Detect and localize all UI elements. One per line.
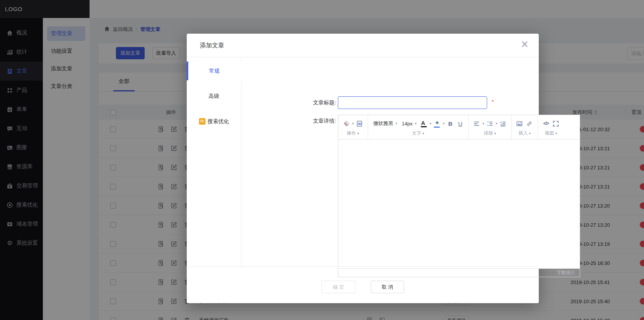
indent-icon[interactable] bbox=[499, 119, 507, 128]
confirm-button[interactable]: 确 定 bbox=[321, 281, 355, 293]
editor-toolbar: ▾ W 操作 ▾ 微软雅黑▾ 14px▾ A bbox=[338, 115, 580, 140]
toolbar-group-insert: 插入 ▾ bbox=[512, 115, 538, 139]
line-height-dropdown-icon[interactable]: ▾ bbox=[496, 122, 497, 125]
font-size-select[interactable]: 14px▾ bbox=[400, 121, 418, 127]
toolbar-group-view: </> 视图 ▾ bbox=[538, 115, 564, 139]
required-asterisk: * bbox=[492, 99, 494, 105]
line-height-icon[interactable] bbox=[486, 119, 494, 128]
background-color-icon[interactable] bbox=[433, 119, 441, 128]
toolbar-group-text: 微软雅黑▾ 14px▾ A ▾ ▾ B U bbox=[368, 115, 469, 139]
align-icon[interactable] bbox=[473, 119, 481, 128]
toolbar-label-text[interactable]: 文字 ▾ bbox=[412, 130, 424, 136]
article-title-input[interactable] bbox=[338, 96, 487, 109]
dialog-footer: 确 定 取 消 bbox=[187, 266, 539, 303]
bold-icon[interactable]: B bbox=[446, 119, 455, 128]
toolbar-group-layout: ▾ ▾ 排版 ▾ bbox=[469, 115, 512, 139]
source-code-icon[interactable]: </> bbox=[542, 119, 550, 128]
font-color-dropdown-icon[interactable]: ▾ bbox=[430, 122, 432, 125]
font-family-select[interactable]: 微软雅黑▾ bbox=[372, 120, 399, 127]
font-color-icon[interactable]: A bbox=[420, 119, 428, 128]
article-detail-label: 文章详情: bbox=[241, 118, 336, 125]
dialog-title: 添加文章 bbox=[200, 42, 224, 50]
fullscreen-icon[interactable] bbox=[552, 119, 560, 128]
toolbar-label-layout[interactable]: 排版 ▾ bbox=[484, 130, 496, 136]
rich-text-editor: ▾ W 操作 ▾ 微软雅黑▾ 14px▾ A bbox=[338, 115, 580, 277]
cancel-button[interactable]: 取 消 bbox=[371, 281, 404, 293]
insert-image-icon[interactable] bbox=[515, 119, 524, 128]
toolbar-label-view[interactable]: 视图 ▾ bbox=[545, 130, 557, 136]
toolbar-label-insert[interactable]: 插入 ▾ bbox=[518, 130, 531, 136]
eraser-icon[interactable] bbox=[342, 119, 351, 128]
svg-text:W: W bbox=[358, 122, 362, 125]
eraser-dropdown-icon[interactable]: ▾ bbox=[352, 122, 354, 125]
toolbar-group-operation: ▾ W 操作 ▾ bbox=[338, 115, 368, 139]
tab-general[interactable]: 常规 bbox=[187, 62, 242, 80]
tab-advanced[interactable]: 高级 bbox=[187, 87, 241, 106]
background-color-dropdown-icon[interactable]: ▾ bbox=[443, 122, 445, 125]
app-root: LOGO 概况 统计 文章 产品 表单 互动 图册 资源库 交易管理 搜索优化 … bbox=[0, 0, 644, 320]
seo-badge-icon: 中 bbox=[199, 118, 205, 125]
tab-seo[interactable]: 中 搜索优化 bbox=[187, 112, 241, 131]
add-article-dialog: 添加文章 × 常规 高级 中 搜索优化 文章标题: * 文章详情: bbox=[187, 34, 539, 303]
dialog-tab-column: 常规 高级 中 搜索优化 bbox=[187, 57, 241, 266]
dialog-form: 文章标题: * 文章详情: ▾ W bbox=[241, 57, 539, 266]
word-import-icon[interactable]: W bbox=[355, 119, 364, 128]
insert-link-icon[interactable] bbox=[525, 119, 534, 128]
editor-content-area[interactable] bbox=[338, 140, 580, 269]
dialog-header: 添加文章 × bbox=[187, 34, 539, 57]
toolbar-label-operation[interactable]: 操作 ▾ bbox=[347, 130, 359, 136]
article-title-label: 文章标题: bbox=[241, 99, 336, 106]
underline-icon[interactable]: U bbox=[456, 119, 465, 128]
dialog-body: 常规 高级 中 搜索优化 文章标题: * 文章详情: bbox=[187, 57, 539, 266]
close-icon[interactable]: × bbox=[520, 39, 529, 49]
align-dropdown-icon[interactable]: ▾ bbox=[483, 122, 484, 125]
